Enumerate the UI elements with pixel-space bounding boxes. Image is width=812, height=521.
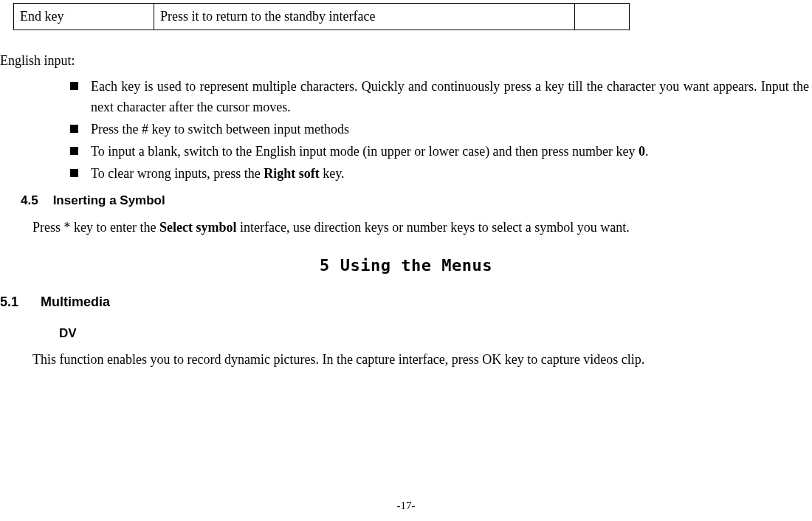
select-symbol-bold: Select symbol <box>159 220 236 235</box>
cell-key-desc: Press it to return to the standby interf… <box>154 4 575 30</box>
bullet-text-pre: To input a blank, switch to the English … <box>91 144 639 159</box>
bullet-text-pre: Press the <box>91 122 142 137</box>
english-input-heading: English input: <box>0 51 812 71</box>
body-pre: Press * key to enter the <box>32 220 159 235</box>
list-item: Press the # key to switch between input … <box>70 120 809 140</box>
cell-empty <box>575 4 630 30</box>
right-soft-key: Right soft <box>264 166 320 181</box>
section-5-1-heading: 5.1Multimedia <box>0 292 812 312</box>
key-zero: 0 <box>639 144 645 159</box>
hash-key: # <box>142 122 148 137</box>
table-row: End key Press it to return to the standb… <box>14 4 630 30</box>
chapter-5-heading: 5Using the Menus <box>0 253 812 277</box>
section-title: Multimedia <box>41 294 110 309</box>
section-number: 4.5 <box>21 193 38 207</box>
cell-key-name: End key <box>14 4 154 30</box>
section-number: 5.1 <box>0 294 18 309</box>
body-post: interface, use direction keys or number … <box>236 220 629 235</box>
chapter-number: 5 <box>320 256 330 275</box>
list-item: To clear wrong inputs, press the Right s… <box>70 164 809 184</box>
section-title: Inserting a Symbol <box>53 193 165 207</box>
dv-subheading: DV <box>59 324 812 343</box>
chapter-title-text: Using the Menus <box>340 256 492 275</box>
section-4-5-body: Press * key to enter the Select symbol i… <box>0 218 809 238</box>
bullet-text-post: key to switch between input methods <box>148 122 349 137</box>
english-input-list: Each key is used to represent multiple c… <box>70 77 809 184</box>
page-number: -17- <box>0 497 812 514</box>
section-4-5-heading: 4.5Inserting a Symbol <box>21 191 812 210</box>
bullet-text-post: . <box>645 144 649 159</box>
bullet-text: Each key is used to represent multiple c… <box>91 79 809 114</box>
dv-body: This function enables you to record dyna… <box>0 350 809 370</box>
bullet-text-post: key. <box>320 166 345 181</box>
list-item: To input a blank, switch to the English … <box>70 142 809 162</box>
key-table: End key Press it to return to the standb… <box>13 3 812 30</box>
bullet-text-pre: To clear wrong inputs, press the <box>91 166 264 181</box>
list-item: Each key is used to represent multiple c… <box>70 77 809 118</box>
